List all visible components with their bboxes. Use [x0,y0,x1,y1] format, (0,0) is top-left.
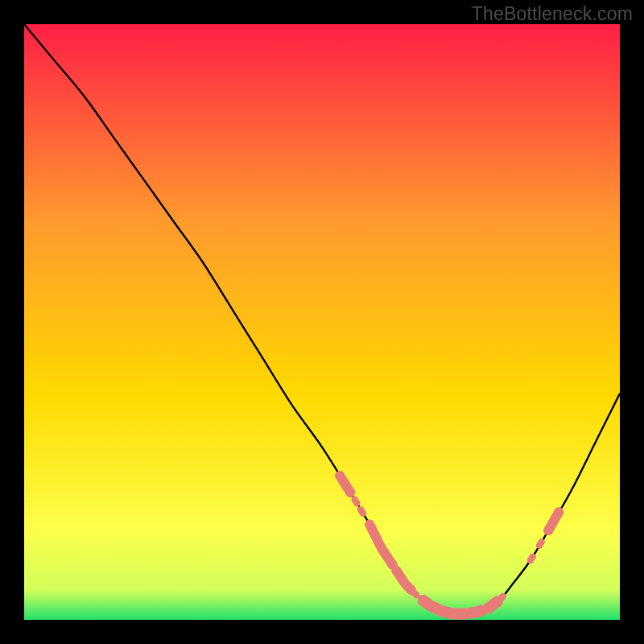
chart-stage: TheBottleneck.com [0,0,644,644]
plot-area [24,24,620,620]
marker-cap [392,566,402,576]
marker-cap [360,510,366,516]
marker-cap [418,595,429,606]
marker-cap [543,526,553,535]
plot-svg [24,24,620,620]
marker-cap [465,607,477,618]
marker-cap [335,471,345,481]
marker-cap [530,554,536,560]
marker-cap [365,520,374,530]
watermark-text: TheBottleneck.com [472,3,633,25]
marker-cap [345,488,355,497]
gradient-bg [24,24,620,620]
marker-cap [554,507,564,517]
marker-cap [500,593,506,600]
marker-cap [539,539,545,545]
marker-cap [353,500,360,506]
